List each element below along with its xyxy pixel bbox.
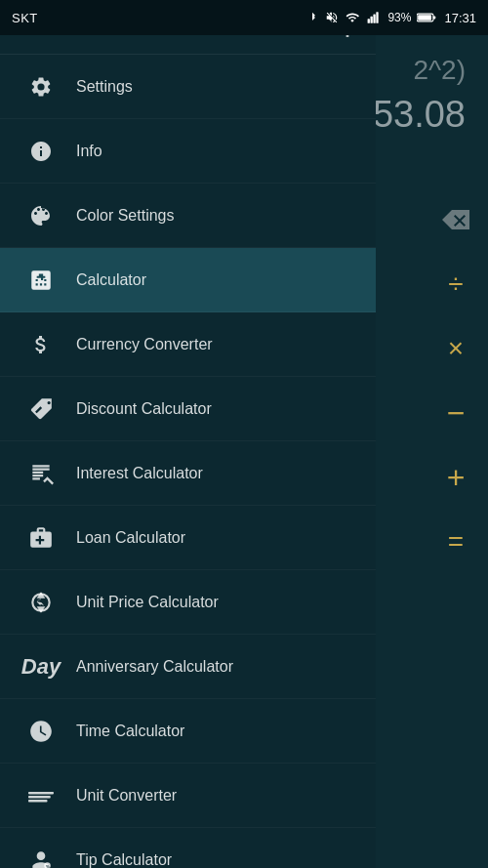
menu-item-currency-converter[interactable]: Currency Converter: [0, 312, 376, 377]
menu-item-time-calculator[interactable]: Time Calculator: [0, 699, 376, 764]
unit-price-icon-container: [20, 581, 62, 624]
menu-list: Settings Info Color Settings: [0, 55, 376, 868]
bluetooth-icon: [305, 11, 319, 24]
interest-label: Interest Calculator: [76, 465, 203, 482]
menu-item-color-settings[interactable]: Color Settings: [0, 184, 376, 248]
color-settings-icon: [29, 204, 53, 227]
loan-icon-container: [20, 517, 62, 559]
discount-icon: [28, 396, 54, 422]
side-drawer: ⋮ Settings Info: [0, 0, 376, 868]
wifi-icon: [345, 11, 360, 24]
color-settings-icon-container: [20, 194, 62, 237]
mute-icon: [325, 11, 339, 24]
info-icon: [29, 140, 53, 163]
loan-icon: [28, 525, 54, 551]
settings-icon-container: [20, 65, 62, 108]
plus-button[interactable]: +: [431, 453, 480, 502]
svg-rect-0: [368, 19, 370, 23]
status-right: 93% 17:31: [305, 11, 476, 25]
unit-converter-icon: [28, 789, 54, 803]
svg-rect-9: [28, 800, 48, 802]
day-text-icon: Day: [21, 654, 61, 680]
time-label: 17:31: [444, 11, 476, 25]
discount-label: Discount Calculator: [76, 400, 212, 418]
status-bar: SKT 93% 17:31: [0, 0, 488, 35]
menu-item-unit-price-calculator[interactable]: Unit Price Calculator: [0, 570, 376, 635]
interest-icon: [28, 461, 54, 486]
menu-item-settings[interactable]: Settings: [0, 55, 376, 119]
calculator-icon-container: [20, 259, 62, 302]
carrier-label: SKT: [12, 11, 38, 25]
unit-price-label: Unit Price Calculator: [76, 594, 219, 611]
menu-item-anniversary-calculator[interactable]: Day Anniversary Calculator: [0, 635, 376, 699]
unit-converter-icon-container: [20, 774, 62, 817]
anniversary-label: Anniversary Calculator: [76, 658, 233, 676]
color-settings-label: Color Settings: [76, 207, 175, 225]
battery-label: 93%: [387, 11, 411, 24]
unit-price-icon: [28, 590, 54, 615]
signal-icon: [366, 11, 382, 24]
svg-rect-3: [377, 12, 379, 23]
settings-label: Settings: [76, 78, 133, 96]
menu-item-loan-calculator[interactable]: Loan Calculator: [0, 506, 376, 570]
tip-label: Tip Calculator: [76, 851, 172, 869]
time-icon: [28, 719, 54, 744]
discount-icon-container: [20, 388, 62, 431]
svg-rect-1: [371, 17, 373, 23]
battery-icon: [417, 12, 436, 23]
menu-item-interest-calculator[interactable]: Interest Calculator: [0, 441, 376, 506]
svg-rect-2: [374, 15, 376, 23]
menu-item-tip-calculator[interactable]: % Tip Calculator: [0, 828, 376, 868]
svg-rect-8: [28, 796, 51, 798]
menu-item-discount-calculator[interactable]: Discount Calculator: [0, 377, 376, 441]
svg-rect-6: [419, 15, 432, 20]
svg-rect-5: [433, 16, 435, 19]
settings-icon: [29, 75, 53, 99]
calculator-icon: [28, 268, 54, 293]
minus-button[interactable]: −: [431, 389, 480, 437]
loan-label: Loan Calculator: [76, 529, 185, 547]
time-label-menu: Time Calculator: [76, 723, 184, 740]
info-icon-container: [20, 130, 62, 173]
multiply-button[interactable]: ×: [431, 324, 480, 373]
svg-rect-7: [28, 791, 54, 793]
divide-button[interactable]: ÷: [431, 260, 480, 309]
menu-item-calculator[interactable]: Calculator: [0, 248, 376, 312]
menu-item-unit-converter[interactable]: Unit Converter: [0, 764, 376, 828]
currency-icon: [29, 333, 53, 356]
calculator-label: Calculator: [76, 271, 146, 289]
unit-converter-label: Unit Converter: [76, 787, 177, 805]
tip-icon-container: %: [20, 839, 62, 869]
svg-text:%: %: [46, 863, 50, 868]
equals-button[interactable]: =: [431, 517, 480, 566]
interest-icon-container: [20, 452, 62, 495]
info-label: Info: [76, 143, 102, 160]
anniversary-icon-container: Day: [20, 645, 62, 688]
delete-button[interactable]: [431, 195, 480, 244]
currency-icon-container: [20, 323, 62, 366]
menu-item-info[interactable]: Info: [0, 119, 376, 184]
time-icon-container: [20, 710, 62, 753]
tip-icon: %: [28, 847, 54, 869]
currency-label: Currency Converter: [76, 336, 213, 353]
